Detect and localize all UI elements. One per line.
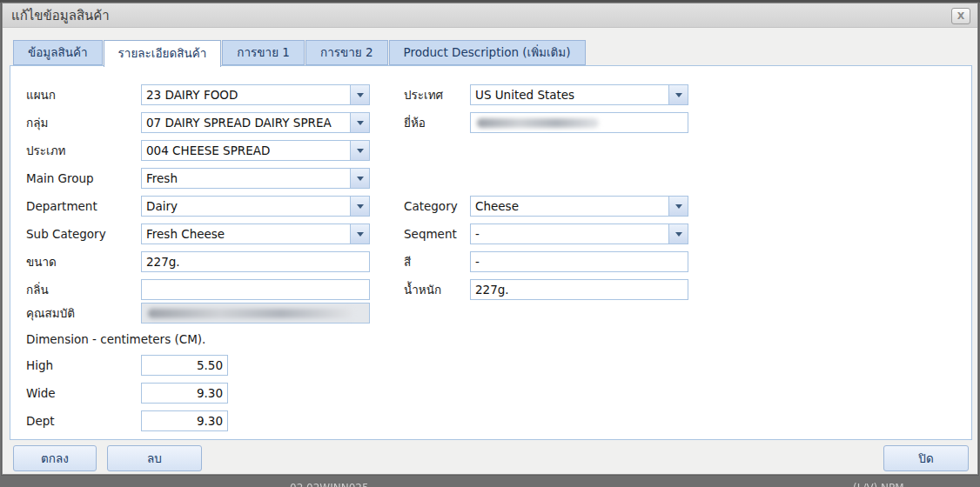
- wide-label: Wide: [26, 386, 141, 400]
- dialog-titlebar: แก้ไขข้อมูลสินค้า: [3, 3, 977, 28]
- main-group-combobox[interactable]: Fresh: [141, 168, 370, 189]
- namnak-label: น้ำหนัก: [404, 280, 470, 299]
- klin-input[interactable]: [141, 279, 370, 300]
- tab-product-info[interactable]: ข้อมูลสินค้า: [13, 40, 103, 65]
- department-combobox-value: Dairy: [142, 197, 350, 216]
- background-app-bottom-strip: 02 02WINN025 (L/V) NPM: [0, 476, 980, 487]
- chevron-down-icon[interactable]: [350, 141, 369, 160]
- background-text-fragment: 02 02WINN025: [290, 482, 369, 487]
- praphet-combobox-value: 004 CHEESE SPREAD: [142, 141, 350, 160]
- sub-category-label: Sub Category: [26, 227, 141, 241]
- background-text-fragment: (L/V) NPM: [853, 482, 904, 487]
- khanat-input[interactable]: [141, 251, 370, 272]
- wide-input[interactable]: [141, 383, 228, 404]
- tab-bar: ข้อมูลสินค้า รายละเอียดสินค้า การขาย 1 ก…: [13, 40, 586, 67]
- klum-label: กลุ่ม: [26, 113, 141, 132]
- close-icon[interactable]: X: [951, 8, 970, 24]
- department-combobox[interactable]: Dairy: [141, 196, 370, 217]
- department-label: Department: [26, 199, 141, 213]
- prathet-combobox[interactable]: US United States: [470, 84, 688, 105]
- close-button[interactable]: ปิด: [883, 445, 969, 471]
- tab-product-description-extra[interactable]: Product Description (เพิ่มเติม): [389, 40, 586, 65]
- praphet-label: ประเภท: [26, 141, 141, 160]
- si-label: สี: [404, 252, 470, 271]
- dept-input[interactable]: [141, 410, 228, 431]
- delete-button[interactable]: ลบ: [107, 445, 202, 471]
- category-combobox-value: Cheese: [471, 197, 668, 216]
- product-details-panel: แผนก 23 DAIRY FOOD ประเทศ US United Stat…: [10, 65, 972, 440]
- redacted-brand-value: [477, 118, 599, 128]
- ok-button[interactable]: ตกลง: [13, 445, 97, 471]
- praphet-combobox[interactable]: 004 CHEESE SPREAD: [141, 140, 370, 161]
- chevron-down-icon[interactable]: [350, 197, 369, 216]
- si-input[interactable]: [470, 251, 688, 272]
- sub-category-combobox-value: Fresh Cheese: [142, 224, 350, 244]
- edit-product-dialog: แก้ไขข้อมูลสินค้า X ข้อมูลสินค้า รายละเอ…: [2, 3, 978, 475]
- dept-label: Dept: [26, 414, 141, 428]
- yiho-label: ยี่ห้อ: [404, 113, 470, 132]
- klin-label: กลิ่น: [26, 280, 141, 299]
- segment-label: Seqment: [404, 227, 470, 241]
- chevron-down-icon[interactable]: [668, 85, 688, 104]
- chevron-down-icon[interactable]: [350, 113, 369, 132]
- chevron-down-icon[interactable]: [350, 224, 369, 244]
- khanat-label: ขนาด: [26, 252, 141, 271]
- segment-combobox-value: -: [471, 224, 668, 244]
- phanaek-combobox[interactable]: 23 DAIRY FOOD: [141, 84, 370, 105]
- yiho-input[interactable]: [470, 112, 688, 133]
- khunnasombat-label: คุณสมบัติ: [26, 304, 141, 323]
- chevron-down-icon[interactable]: [350, 85, 369, 104]
- high-label: High: [26, 358, 141, 372]
- phanaek-combobox-value: 23 DAIRY FOOD: [142, 85, 350, 104]
- tab-sales-2[interactable]: การขาย 2: [305, 40, 388, 65]
- category-label: Category: [404, 199, 470, 213]
- namnak-input[interactable]: [470, 279, 688, 300]
- klum-combobox[interactable]: 07 DAIRY SPREAD DAIRY SPREA: [141, 112, 370, 133]
- prathet-combobox-value: US United States: [471, 85, 668, 104]
- main-group-combobox-value: Fresh: [142, 169, 350, 188]
- chevron-down-icon[interactable]: [350, 169, 369, 188]
- phanaek-label: แผนก: [26, 85, 141, 104]
- main-group-label: Main Group: [26, 171, 141, 185]
- dimension-section-heading: Dimension - centimeters (CM).: [26, 332, 205, 346]
- prathet-label: ประเทศ: [404, 85, 470, 104]
- tab-product-details[interactable]: รายละเอียดสินค้า: [104, 40, 222, 67]
- klum-combobox-value: 07 DAIRY SPREAD DAIRY SPREA: [142, 113, 350, 132]
- sub-category-combobox[interactable]: Fresh Cheese: [141, 223, 370, 244]
- segment-combobox[interactable]: -: [470, 223, 688, 244]
- chevron-down-icon[interactable]: [668, 197, 688, 216]
- redacted-properties-value: [148, 309, 352, 318]
- chevron-down-icon[interactable]: [668, 224, 688, 244]
- high-input[interactable]: [141, 355, 228, 376]
- tab-sales-1[interactable]: การขาย 1: [222, 40, 305, 65]
- khunnasombat-input: [141, 303, 370, 324]
- category-combobox[interactable]: Cheese: [470, 196, 688, 217]
- dialog-title: แก้ไขข้อมูลสินค้า: [11, 5, 110, 26]
